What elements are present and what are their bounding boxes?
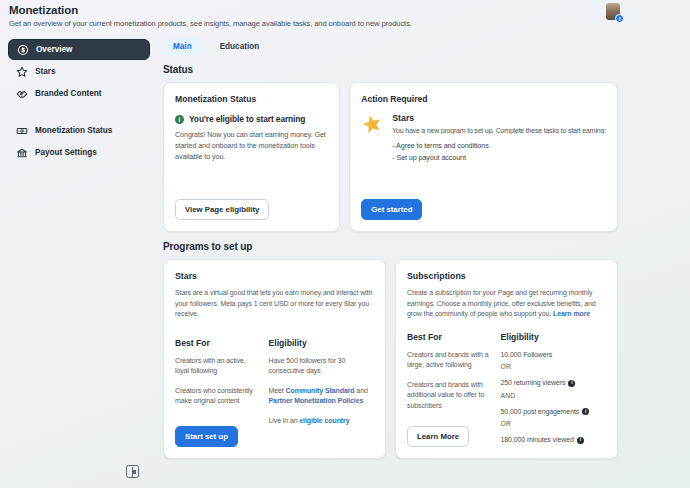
bank-icon (16, 147, 28, 159)
best-for-heading: Best For (175, 338, 259, 348)
eligibility-operator: OR (501, 420, 606, 427)
sidebar-item-label: Stars (35, 67, 55, 76)
eligibility-item: 250 returning viewersi (501, 378, 606, 389)
overview-coin-icon (17, 44, 29, 56)
view-page-eligibility-button[interactable]: View Page eligibility (175, 199, 269, 220)
eligibility-item: Meet Community Standard and Partner Mone… (269, 386, 374, 407)
status-card-body: Congrats! Now you can start earning mone… (175, 130, 328, 162)
action-program-description: You have a new program to set up. Comple… (392, 127, 606, 134)
partner-monetization-policies-link[interactable]: Partner Monetization Policies (269, 397, 364, 404)
sidebar-item-overview[interactable]: Overview (8, 39, 150, 60)
subscriptions-program-card: Subscriptions Create a subscription for … (395, 259, 618, 459)
sidebar-nav: Overview Stars Branded Content Monetizat… (8, 39, 150, 164)
eligibility-item: 50,000 post engagementsi (501, 407, 606, 418)
programs-section-heading: Programs to set up (163, 241, 618, 252)
gold-star-icon (361, 113, 383, 164)
eligibility-heading: Eligibility (501, 332, 606, 342)
sidebar-collapse-fill (133, 470, 136, 474)
action-program-details: Stars You have a new program to set up. … (392, 113, 606, 164)
program-card-columns: Best For Creators with an active, loyal … (175, 338, 374, 436)
monetization-status-card: Monetization Status i You're eligible to… (163, 82, 340, 232)
sidebar-item-label: Overview (36, 45, 72, 54)
eligibility-text: 250 returning viewers (501, 379, 566, 386)
eligibility-text: 50,000 post engagements (501, 408, 580, 415)
card-title: Action Required (361, 94, 606, 104)
eligibility-item: Have 500 followers for 30 consecutive da… (269, 356, 374, 377)
page-header: Monetization Get an overview of your cur… (9, 4, 569, 28)
main-content: Main Education Status Monetization Statu… (163, 38, 618, 459)
profile-avatar[interactable]: f (606, 3, 620, 20)
info-icon[interactable]: i (577, 437, 584, 444)
sidebar-group-divider (8, 105, 150, 120)
info-icon[interactable]: i (582, 408, 589, 415)
best-for-item: Creators and brands with additional valu… (407, 380, 491, 412)
status-cards-row: Monetization Status i You're eligible to… (163, 82, 618, 232)
sidebar-collapse-icon[interactable] (126, 465, 139, 478)
eligible-status-icon: i (175, 115, 184, 124)
eligibility-text: Live in an (269, 417, 300, 424)
best-for-heading: Best For (407, 332, 491, 342)
sidebar-item-label: Branded Content (35, 89, 101, 98)
sidebar-item-payout-settings[interactable]: Payout Settings (8, 142, 150, 163)
eligibility-text: 180,000 minutes viewed (501, 436, 574, 443)
eligibility-item: 180,000 minutes viewedi (501, 435, 606, 446)
eligibility-text: Meet (269, 387, 286, 394)
program-card-title: Subscriptions (407, 271, 606, 281)
best-for-item: Creators and brands with a large, active… (407, 350, 491, 371)
eligibility-item: 10,000 Followers (501, 350, 606, 361)
page-subtitle: Get an overview of your current monetiza… (9, 19, 569, 28)
learn-more-link[interactable]: Learn more (553, 310, 590, 317)
program-card-description: Create a subscription for your Page and … (407, 288, 606, 320)
learn-more-button[interactable]: Learn More (407, 426, 469, 447)
stars-program-card: Stars Stars are a virtual good that lets… (163, 259, 386, 459)
eligibility-status-text: You're eligible to start earning (189, 114, 305, 124)
eligibility-column: Eligibility 10,000 Followers OR 250 retu… (501, 332, 606, 449)
start-set-up-button[interactable]: Start set up (175, 426, 238, 447)
info-icon[interactable]: i (568, 380, 575, 387)
eligible-country-link[interactable]: eligible country (299, 417, 349, 424)
star-icon (16, 66, 28, 78)
sidebar-item-monetization-status[interactable]: Monetization Status (8, 120, 150, 141)
eligibility-operator: OR (501, 363, 606, 370)
eligibility-item: Live in an eligible country (269, 416, 374, 427)
card-title: Monetization Status (175, 94, 328, 104)
action-program-name: Stars (392, 113, 606, 123)
sidebar-item-label: Payout Settings (35, 148, 97, 157)
community-standard-link[interactable]: Community Standard (286, 387, 355, 394)
action-task-item: - Set up payout account (392, 152, 606, 164)
eligibility-heading: Eligibility (269, 338, 374, 348)
tab-education[interactable]: Education (218, 38, 262, 55)
banknote-icon (16, 125, 28, 137)
programs-cards-row: Stars Stars are a virtual good that lets… (163, 259, 618, 459)
program-card-title: Stars (175, 271, 374, 281)
sidebar-item-branded-content[interactable]: Branded Content (8, 83, 150, 104)
tab-main[interactable]: Main (163, 38, 202, 55)
sidebar-item-label: Monetization Status (35, 126, 112, 135)
program-card-description: Stars are a virtual good that lets you e… (175, 288, 374, 320)
sidebar-item-stars[interactable]: Stars (8, 61, 150, 82)
handshake-icon (16, 88, 28, 100)
facebook-badge-icon: f (615, 14, 624, 23)
best-for-column: Best For Creators with an active, loyal … (175, 338, 269, 436)
eligibility-status-row: i You're eligible to start earning (175, 114, 328, 124)
action-task-item: - Agree to terms and conditions (392, 140, 606, 152)
action-required-card: Action Required Stars You have a new p (349, 82, 618, 232)
eligibility-text: and (355, 387, 368, 394)
tab-bar: Main Education (163, 38, 618, 55)
best-for-item: Creators who consistently make original … (175, 386, 259, 407)
eligibility-operator: AND (501, 392, 606, 399)
page-title: Monetization (9, 4, 569, 16)
action-task-list: - Agree to terms and conditions - Set up… (392, 140, 606, 164)
eligibility-column: Eligibility Have 500 followers for 30 co… (269, 338, 374, 436)
best-for-item: Creators with an active, loyal following (175, 356, 259, 377)
status-section-heading: Status (163, 64, 618, 75)
action-program-row: Stars You have a new program to set up. … (361, 113, 606, 164)
get-started-button[interactable]: Get started (361, 199, 422, 220)
